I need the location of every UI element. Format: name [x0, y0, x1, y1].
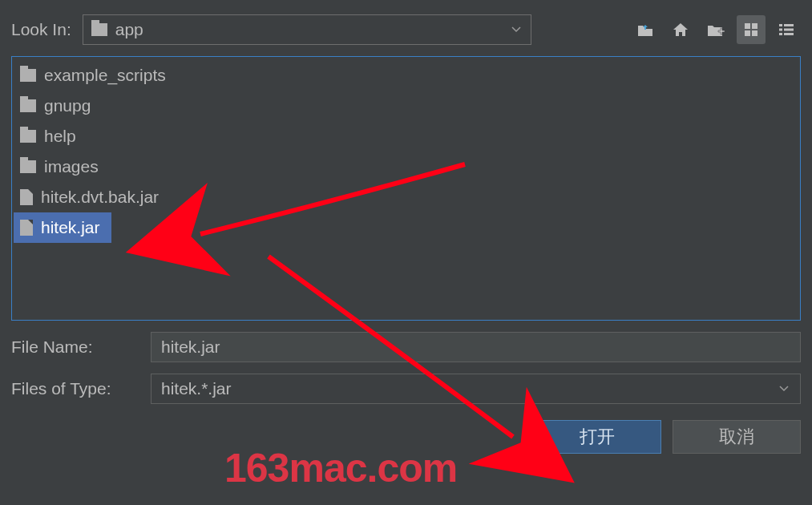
- svg-rect-6: [779, 29, 782, 31]
- folder-icon: [20, 99, 36, 112]
- file-item[interactable]: help: [14, 121, 798, 152]
- file-item[interactable]: gnupg: [14, 91, 798, 121]
- look-in-value: app: [115, 20, 143, 39]
- file-item-label: images: [44, 157, 99, 176]
- file-list[interactable]: example_scriptsgnupghelpimageshitek.dvt.…: [11, 56, 801, 321]
- grid-view-icon[interactable]: [737, 15, 766, 44]
- svg-rect-7: [784, 29, 794, 31]
- file-item[interactable]: images: [14, 152, 798, 182]
- folder-icon: [91, 23, 107, 36]
- folder-icon: [20, 130, 36, 143]
- svg-rect-3: [752, 30, 757, 36]
- svg-rect-8: [779, 33, 782, 35]
- folder-icon: [20, 69, 36, 82]
- file-item-label: help: [44, 127, 76, 146]
- file-item-label: gnupg: [44, 96, 91, 115]
- svg-rect-9: [784, 33, 794, 35]
- cancel-button[interactable]: 取消: [673, 420, 801, 454]
- new-folder-icon[interactable]: [701, 15, 730, 44]
- look-in-dropdown[interactable]: app: [83, 14, 531, 45]
- svg-rect-4: [779, 24, 782, 26]
- file-icon: [20, 220, 33, 236]
- filename-label: File Name:: [11, 337, 139, 357]
- chevron-down-icon: [778, 379, 790, 398]
- file-item[interactable]: example_scripts: [14, 60, 798, 91]
- svg-rect-1: [752, 23, 757, 29]
- filename-input[interactable]: [151, 332, 801, 362]
- svg-rect-2: [745, 30, 750, 36]
- filetype-value: hitek.*.jar: [161, 379, 232, 398]
- open-button[interactable]: 打开: [533, 420, 661, 454]
- file-item[interactable]: hitek.dvt.bak.jar: [14, 182, 798, 212]
- file-item[interactable]: hitek.jar: [14, 212, 111, 243]
- file-item-label: example_scripts: [44, 66, 166, 85]
- filetype-label: Files of Type:: [11, 379, 139, 398]
- home-icon[interactable]: [666, 15, 695, 44]
- filetype-dropdown[interactable]: hitek.*.jar: [151, 374, 801, 404]
- list-view-icon[interactable]: [772, 15, 801, 44]
- svg-rect-5: [784, 24, 794, 26]
- file-item-label: hitek.dvt.bak.jar: [41, 188, 159, 207]
- svg-rect-0: [745, 23, 750, 29]
- folder-icon: [20, 160, 36, 173]
- file-item-label: hitek.jar: [41, 218, 100, 237]
- file-icon: [20, 189, 33, 205]
- look-in-label: Look In:: [11, 20, 71, 39]
- chevron-down-icon: [510, 20, 523, 39]
- up-level-icon[interactable]: [631, 15, 660, 44]
